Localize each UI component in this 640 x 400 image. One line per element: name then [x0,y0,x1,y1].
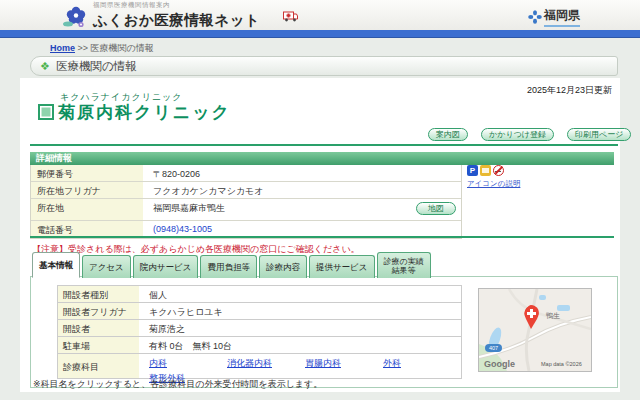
row-label: 開設者種別 [58,286,139,302]
section-title: 医療機関の情報 [56,59,137,74]
tab-bar: 基本情報 アクセス 院内サービス 費用負担等 診療内容 提供サービス 診療の実績… [32,252,431,278]
breadcrumb-separator: >> [78,43,89,53]
section-diamond-icon: ❖ [40,60,50,73]
tab-provided-services[interactable]: 提供サービス [309,255,375,278]
facility-yellow-icon [480,165,491,176]
founder-kana-value: キクハラヒロユキ [139,303,461,319]
row-label: 開設者フリガナ [58,303,139,319]
site-header: 福岡県医療機関情報案内 ふくおか医療情報ネット 福岡県 [0,0,640,30]
site-logo[interactable]: 福岡県医療機関情報案内 ふくおか医療情報ネット [62,1,260,30]
tab-hospital-services[interactable]: 院内サービス [133,255,199,278]
table-row: 駐車場 有料 0台 無料 10台 [58,337,461,354]
details-heading: 詳細情報 [30,152,614,165]
phone-number-link[interactable]: (0948)43-1005 [153,224,212,234]
footnote: ※科目名をクリックすると、各診療科目の外来受付時間を表示します。 [33,378,322,391]
breadcrumb-current: 医療機関の情報 [91,43,154,53]
table-row: 診療科目 内科消化器内科胃腸内科外科整形外科 [58,354,461,378]
tab-cost[interactable]: 費用負担等 [200,255,257,278]
guide-map-button[interactable]: 案内図 [428,128,468,141]
flower-logo-icon [62,2,90,30]
row-label: 診療科目 [58,354,139,378]
icon-legend-link[interactable]: アイコンの説明 [467,179,520,189]
row-label: 駐車場 [58,337,139,353]
table-row: 開設者種別 個人 [58,286,461,303]
divider [30,236,614,238]
family-doctor-register-button[interactable]: かかりつけ登録 [481,128,554,141]
table-row: 所在地 福岡県嘉麻市鴨生 地図 [31,199,461,221]
pref-name: 福岡県 [544,7,580,27]
divider [30,144,618,146]
founder-value: 菊原浩之 [139,320,461,336]
parking-value: 有料 0台 無料 10台 [139,337,461,353]
address-value: 福岡県嘉麻市鴨生 [143,199,461,220]
section-header: ❖ 医療機関の情報 [30,56,618,76]
founder-type-value: 個人 [139,286,461,302]
table-row: 所在地フリガナ フクオカケンカマシカモオ [31,182,461,199]
site-tagline: 福岡県医療機関情報案内 [93,1,260,10]
row-label: 開設者 [58,320,139,336]
print-page-button[interactable]: 印刷用ページ [567,128,631,141]
department-link[interactable]: 外科 [383,357,461,370]
department-link[interactable]: 消化器内科 [227,357,305,370]
google-logo: Google [484,359,515,369]
map-button[interactable]: 地図 [416,202,456,215]
tab-treatment[interactable]: 診療内容 [259,255,307,278]
address-kana-value: フクオカケンカマシカモオ [143,182,461,198]
location-map[interactable]: 407 鴨生 Google Map data ©2026 [478,288,592,372]
updated-date: 2025年12月23日更新 [527,84,612,97]
departments-list: 内科消化器内科胃腸内科外科整形外科 [139,354,461,378]
row-label: 所在地 [31,199,143,220]
table-row: 郵便番号 〒820-0206 [31,165,461,182]
parking-icon: P [467,165,478,176]
no-smoking-icon [493,165,504,176]
map-place-label: 鴨生 [546,312,560,319]
clinic-bullet-icon [38,104,54,120]
fukuoka-pref-logo[interactable]: 福岡県 [528,7,580,27]
row-label: 所在地フリガナ [31,182,143,198]
department-link[interactable]: 胃腸内科 [305,357,383,370]
header-divider-bar [0,30,640,38]
pref-flower-icon [528,10,542,24]
ambulance-icon [283,11,298,22]
site-title: ふくおか医療情報ネット [93,11,260,30]
map-copyright: Map data ©2026 [541,361,582,367]
tab-basic-info[interactable]: 基本情報 [32,252,80,278]
department-link[interactable]: 内科 [149,357,227,370]
route-badge: 407 [489,345,498,351]
basic-info-table: 開設者種別 個人 開設者フリガナ キクハラヒロユキ 開設者 菊原浩之 駐車場 有… [57,285,462,379]
tab-results[interactable]: 診療の実績 結果等 [377,252,431,278]
page: 福岡県医療機関情報案内 ふくおか医療情報ネット 福岡県 Home [0,0,640,400]
tab-access[interactable]: アクセス [82,255,131,278]
breadcrumb: Home >> 医療機関の情報 [50,42,154,55]
breadcrumb-home-link[interactable]: Home [50,43,75,53]
postal-code-value: 〒820-0206 [143,165,461,181]
details-table: 郵便番号 〒820-0206 所在地フリガナ フクオカケンカマシカモオ 所在地 … [30,165,462,239]
row-label: 郵便番号 [31,165,143,181]
table-row: 開設者フリガナ キクハラヒロユキ [58,303,461,320]
table-row: 開設者 菊原浩之 [58,320,461,337]
action-buttons: 案内図 かかりつけ登録 印刷用ページ [428,128,631,141]
clinic-name: 菊原内科クリニック [58,101,231,124]
facility-icons: P [467,165,504,176]
